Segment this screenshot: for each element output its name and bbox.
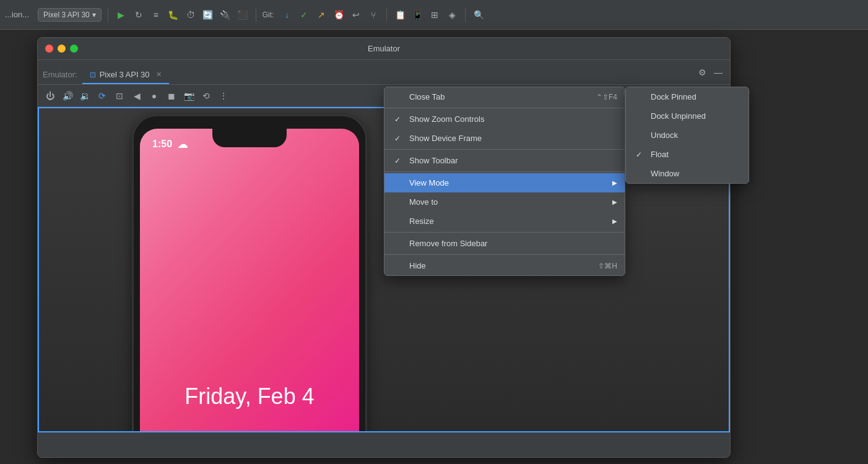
emulator-title: Emulator [368,44,400,53]
menu-label-remove-from-sidebar: Remove from Sidebar [409,239,615,248]
submenu-label-dock-unpinned: Dock Unpinned [651,111,706,121]
menu-label-show-toolbar: Show Toolbar [409,156,615,165]
menu-arrow-resize: ▶ [612,218,617,225]
run-coverage-button[interactable]: 🔄 [201,8,215,22]
menu-check-show-zoom-controls: ✓ [394,115,407,124]
menu-check-show-device-frame: ✓ [394,134,407,143]
window-minimize-button[interactable] [58,45,66,53]
menu-item-close-tab[interactable]: Close Tab⌃⇧F4 [384,87,625,106]
window-controls [45,45,78,53]
menu-label-close-tab: Close Tab [409,92,615,101]
git-fetch-icon[interactable]: ↓ [280,8,293,22]
weather-icon: ☁ [177,137,188,151]
context-menu: Close Tab⌃⇧F4✓Show Zoom Controls✓Show De… [384,87,625,276]
attach-button[interactable]: 🔌 [219,8,232,22]
menu-item-show-toolbar[interactable]: ✓Show Toolbar [384,151,625,170]
tab-close-button[interactable]: ✕ [156,71,162,79]
menu-arrow-move-to: ▶ [612,199,617,205]
back-icon[interactable]: ◀ [129,88,144,103]
menu-label-show-device-frame: Show Device Frame [409,134,615,143]
coverage-button[interactable]: ≡ [149,8,163,22]
menu-divider [384,149,625,150]
toolbar-separator-1 [108,7,108,22]
project-name: ...ion... [5,10,29,19]
rerun-button[interactable]: ↻ [132,8,145,22]
layout-inspector-icon[interactable]: ⊞ [428,8,441,22]
emulator-titlebar: Emulator [38,38,730,60]
emulator-tab[interactable]: ⊡ Pixel 3 API 30 ✕ [82,66,169,84]
toolbar-separator-4 [465,7,466,22]
volume-up-icon[interactable]: 🔊 [60,88,75,103]
menu-label-resize: Resize [409,217,615,226]
ide-toolbar-left: ...ion... Pixel 3 API 30 ▾ ▶ ↻ ≡ 🐛 ⏱ 🔄 🔌… [5,7,863,22]
menu-item-remove-from-sidebar[interactable]: Remove from Sidebar [384,234,625,253]
menu-item-view-mode[interactable]: View Mode▶ [384,173,625,192]
menu-item-resize[interactable]: Resize▶ [384,212,625,231]
more-icon[interactable]: ⋮ [216,88,231,103]
phone-date: Friday, Feb 4 [140,384,359,410]
chevron-down-icon: ▾ [92,11,96,19]
menu-label-move-to: Move to [409,197,615,207]
fold-icon[interactable]: ⊡ [112,88,127,103]
menu-label-hide: Hide [409,261,615,270]
search-everywhere-icon[interactable]: 🔍 [472,8,485,22]
view-mode-submenu: Dock PinnedDock UnpinnedUndock✓FloatWind… [625,87,749,184]
stop-button[interactable]: ⬛ [236,8,250,22]
menu-divider [384,254,625,255]
rewind-icon[interactable]: ⟲ [199,88,214,103]
minimize-tab-icon[interactable]: — [711,66,725,79]
debug-button[interactable]: 🐛 [167,8,180,22]
tab-bar-right: ⚙ — [695,66,725,79]
submenu-label-dock-pinned: Dock Pinned [651,92,697,101]
git-branch-icon[interactable]: ⑂ [367,8,380,22]
ide-toolbar: ...ion... Pixel 3 API 30 ▾ ▶ ↻ ≡ 🐛 ⏱ 🔄 🔌… [0,0,868,30]
settings-icon[interactable]: ⚙ [695,66,709,79]
phone-status-bar: 1:50 ☁ [140,129,359,160]
submenu-item-dock-pinned[interactable]: Dock Pinned [626,87,749,106]
submenu-item-undock[interactable]: Undock [626,126,749,145]
submenu-item-window[interactable]: Window [626,164,749,183]
window-maximize-button[interactable] [70,45,78,53]
device-manager-icon[interactable]: 📱 [410,8,424,22]
submenu-item-dock-unpinned[interactable]: Dock Unpinned [626,106,749,126]
volume-down-icon[interactable]: 🔉 [77,88,92,103]
submenu-label-window: Window [651,169,679,178]
git-push-icon[interactable]: ↗ [315,8,328,22]
run-button[interactable]: ▶ [115,8,128,22]
git-undo-icon[interactable]: ↩ [349,8,363,22]
menu-label-show-zoom-controls: Show Zoom Controls [409,114,615,124]
tab-bar: Emulator: ⊡ Pixel 3 API 30 ✕ ⚙ — [38,60,730,85]
menu-divider [384,171,625,172]
toolbar-separator-3 [386,7,387,22]
home-icon[interactable]: ● [147,88,162,103]
window-close-button[interactable] [45,45,53,53]
menu-item-show-zoom-controls[interactable]: ✓Show Zoom Controls [384,110,625,129]
git-commit-icon[interactable]: ✓ [297,8,311,22]
submenu-label-undock: Undock [651,131,678,140]
menu-divider [384,232,625,233]
rotate-icon[interactable]: ⟳ [95,88,110,103]
git-history-icon[interactable]: ⏰ [332,8,345,22]
menu-check-show-toolbar: ✓ [394,157,407,165]
tab-label: Pixel 3 API 30 [100,70,150,79]
menu-item-show-device-frame[interactable]: ✓Show Device Frame [384,129,625,148]
vcs-icon[interactable]: 📋 [393,8,407,22]
submenu-item-float[interactable]: ✓Float [626,145,749,164]
menu-arrow-view-mode: ▶ [612,179,617,186]
phone-time: 1:50 [152,139,172,150]
phone-device: 1:50 ☁ Friday, Feb 4 [132,114,367,432]
menu-shortcut-close-tab: ⌃⇧F4 [596,93,617,101]
submenu-label-float: Float [651,150,669,159]
cube-icon[interactable]: ◈ [445,8,459,22]
device-selector[interactable]: Pixel 3 API 30 ▾ [38,8,102,22]
emulator-prefix: Emulator: [43,70,82,84]
menu-divider [384,108,625,108]
device-selector-label: Pixel 3 API 30 [43,11,90,19]
profile-button[interactable]: ⏱ [184,8,197,22]
screenshot-icon[interactable]: 📷 [181,88,196,103]
overview-icon[interactable]: ◼ [164,88,179,103]
submenu-check-float: ✓ [636,150,648,159]
menu-item-hide[interactable]: Hide⇧⌘H [384,256,625,275]
power-icon[interactable]: ⏻ [43,88,58,103]
menu-item-move-to[interactable]: Move to▶ [384,192,625,212]
